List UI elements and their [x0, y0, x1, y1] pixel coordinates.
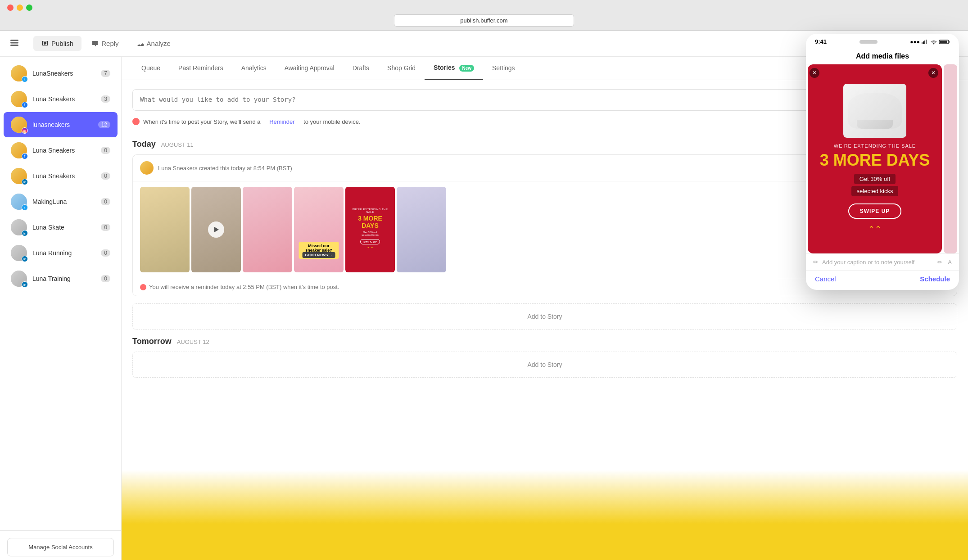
- address-bar[interactable]: publish.buffer.com: [394, 14, 574, 27]
- tab-settings[interactable]: Settings: [483, 57, 524, 80]
- story-image-5: WE'RE EXTENDING THE SALE 3 MORE DAYS Get…: [345, 187, 395, 272]
- sidebar-accounts: t LunaSneakers 7 f Luna Sneakers: [0, 57, 121, 530]
- avatar: ig: [11, 117, 27, 133]
- svg-rect-8: [949, 41, 950, 43]
- story-bg-red: WE'RE EXTENDING THE SALE 3 MORE DAYS Get…: [808, 64, 942, 253]
- publish-tab[interactable]: Publish: [33, 36, 81, 51]
- mobile-story-preview: ✕ WE'RE EXTENDING THE SALE 3 MORE DAYS G…: [806, 64, 959, 253]
- tab-queue[interactable]: Queue: [132, 57, 169, 80]
- avatar: in: [11, 271, 27, 287]
- facebook-badge: f: [22, 153, 28, 159]
- linkedin-badge: in: [22, 281, 28, 288]
- linkedin-badge: in: [22, 230, 28, 236]
- schedule-button[interactable]: Schedule: [920, 275, 950, 283]
- sidebar-item-luna-running[interactable]: in Luna Running 0: [4, 240, 118, 266]
- twitter-badge: t: [22, 76, 28, 82]
- caption-right-label: A: [948, 259, 952, 266]
- cancel-button[interactable]: Cancel: [815, 275, 836, 283]
- linkedin-badge: in: [22, 179, 28, 185]
- buffer-logo[interactable]: [9, 37, 20, 50]
- story-image-1: [140, 187, 190, 272]
- maximize-button[interactable]: [26, 5, 32, 11]
- sidebar-item-luna-facebook[interactable]: f Luna Sneakers 3: [4, 86, 118, 112]
- close-button[interactable]: [7, 5, 14, 11]
- tab-shop-grid[interactable]: Shop Grid: [378, 57, 425, 80]
- sidebar-item-makingluna[interactable]: t MakingLuna 0: [4, 189, 118, 214]
- play-button[interactable]: [208, 221, 224, 238]
- tab-drafts[interactable]: Drafts: [344, 57, 378, 80]
- instagram-badge: ig: [22, 127, 28, 134]
- sidebar-item-lunasneakers-instagram[interactable]: ig lunasneakers 12: [4, 112, 118, 137]
- avatar: in: [11, 168, 27, 184]
- stories-new-badge: New: [459, 65, 474, 72]
- minimize-button[interactable]: [17, 5, 23, 11]
- mobile-status-bar: 9:41 ●●●: [806, 34, 959, 47]
- mobile-story-main: WE'RE EXTENDING THE SALE 3 MORE DAYS Get…: [808, 64, 942, 253]
- svg-rect-2: [10, 45, 18, 46]
- sidebar-bottom: Manage Social Accounts: [0, 530, 121, 560]
- pencil-icon-right: ✏: [937, 259, 942, 266]
- reminder-link[interactable]: Reminder: [269, 118, 294, 125]
- reminder-icon: [132, 118, 140, 125]
- story-image-3: [243, 187, 292, 272]
- pencil-icon: ✏: [813, 258, 819, 266]
- tab-past-reminders[interactable]: Past Reminders: [169, 57, 232, 80]
- linkedin-badge: in: [22, 256, 28, 262]
- date-header-tomorrow: Tomorrow AUGUST 12: [132, 337, 957, 346]
- sidebar-item-luna-skate[interactable]: in Luna Skate 0: [4, 215, 118, 240]
- sidebar: t LunaSneakers 7 f Luna Sneakers: [0, 57, 122, 560]
- story-arrows-icon: ⌃⌃: [868, 224, 882, 234]
- story-image-2[interactable]: [191, 187, 241, 272]
- mobile-close-left-button[interactable]: ✕: [810, 68, 819, 78]
- mobile-preview-modal: 9:41 ●●● Add media files ✕ WE'RE EXTENDI…: [806, 34, 959, 290]
- story-user-avatar: [140, 161, 154, 175]
- tab-stories[interactable]: Stories New: [425, 57, 483, 80]
- story-image-6: [397, 187, 446, 272]
- avatar: f: [11, 142, 27, 158]
- avatar: f: [11, 91, 27, 107]
- svg-rect-0: [10, 40, 18, 41]
- avatar: in: [11, 219, 27, 235]
- avatar: t: [11, 65, 27, 81]
- svg-rect-9: [940, 41, 947, 43]
- nav-tabs: Publish Reply Analyze: [33, 36, 838, 51]
- facebook-badge: f: [22, 102, 28, 108]
- mobile-footer-buttons: Cancel Schedule: [806, 270, 959, 290]
- mobile-close-right-button[interactable]: ✕: [928, 68, 938, 78]
- reply-tab[interactable]: Reply: [83, 36, 127, 51]
- mobile-caption-bar: ✏ Add your caption or to note yourself ✏…: [806, 253, 959, 270]
- sidebar-item-luna-fb2[interactable]: f Luna Sneakers 0: [4, 138, 118, 163]
- mobile-status-icons: ●●●: [910, 39, 950, 45]
- svg-marker-5: [214, 227, 219, 232]
- reminder-footer-icon: You will receive a reminder today at 2:5…: [140, 284, 339, 290]
- analyze-tab[interactable]: Analyze: [129, 36, 179, 51]
- add-to-story-button-tomorrow[interactable]: Add to Story: [132, 352, 957, 378]
- sidebar-item-luna-li[interactable]: in Luna Sneakers 0: [4, 163, 118, 189]
- sidebar-item-luna-training[interactable]: in Luna Training 0: [4, 266, 118, 291]
- avatar: t: [11, 194, 27, 210]
- svg-rect-1: [10, 42, 18, 43]
- manage-social-accounts-button[interactable]: Manage Social Accounts: [7, 538, 114, 556]
- story-image-4: Missed oursneaker sale? GOOD NEWS →: [294, 187, 344, 272]
- avatar: in: [11, 245, 27, 261]
- add-to-story-button[interactable]: Add to Story: [132, 303, 957, 330]
- sidebar-item-lunasneakers-twitter[interactable]: t LunaSneakers 7: [4, 61, 118, 86]
- svg-point-6: [933, 43, 935, 44]
- tab-awaiting-approval[interactable]: Awaiting Approval: [276, 57, 344, 80]
- tab-analytics[interactable]: Analytics: [232, 57, 276, 80]
- twitter-badge: t: [22, 204, 28, 211]
- mobile-modal-title: Add media files: [806, 47, 959, 64]
- mobile-side-preview: [944, 64, 957, 253]
